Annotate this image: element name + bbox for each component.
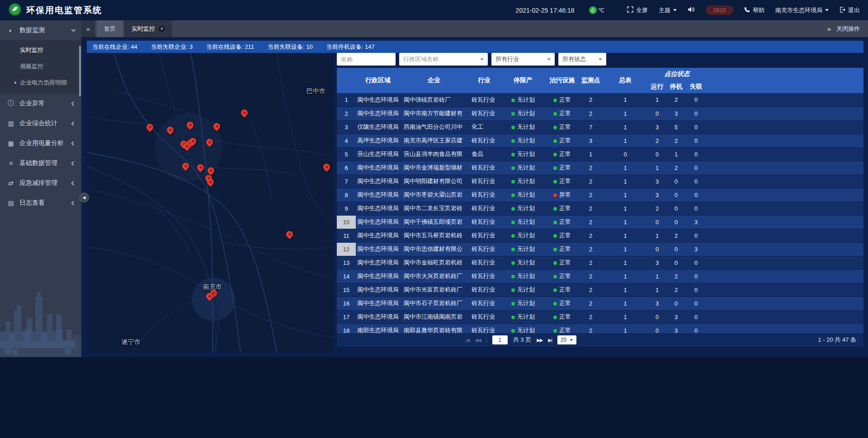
cell-meter: 0 [603,147,648,161]
sidebar-item-0-2[interactable]: 企业电力负荷明细 [0,75,81,91]
cell-industry: 砖瓦行业 [468,202,500,215]
table-row[interactable]: 17阆中生态环境局阆中市江南镇阆南页岩砖瓦行业无计划正常21030 [337,310,863,324]
cell-industry: 砖瓦行业 [468,242,500,256]
table-row[interactable]: 7阆中生态环境局阆中明阳建材有限公司砖瓦行业无计划正常21300 [337,174,863,188]
cell-filler [706,134,863,147]
status-dot-green-icon [553,234,557,238]
page-number-input[interactable] [492,335,508,344]
cell-company: 阆中强锐页岩砖厂 [400,93,468,107]
map-collapse-button[interactable]: ◀ [79,193,89,203]
table-row[interactable]: 2阆中生态环境局阆中市南方节能建材有砖瓦行业无计划正常21030 [337,107,863,120]
sidebar-scrollbar[interactable] [79,46,81,96]
table-row[interactable]: 12阆中生态环境局阆中市忠信建材有限公砖瓦行业无计划正常21003 [337,242,863,256]
cell-limit: 无计划 [500,107,546,120]
cell-run: 0 [648,147,666,161]
table-row[interactable]: 9阆中生态环境局阆中市二龙长宝页岩砖砖瓦行业无计划正常21200 [337,202,863,215]
cell-lost: 0 [686,93,706,107]
tab-0[interactable]: 首页 [97,20,123,37]
cell-lost: 0 [686,310,706,324]
cell-index: 17 [337,310,356,324]
table-row[interactable]: 1阆中生态环境局阆中强锐页岩砖厂砖瓦行业无计划正常21120 [337,93,863,107]
tab-label: 实时监控 [132,25,155,33]
cell-monitor: 3 [579,134,603,147]
cell-index: 9 [337,202,356,215]
chevron-left-icon [71,181,76,185]
table-row[interactable]: 3仪陇生态环境局西南油气田分公司川中化工无计划正常71350 [337,120,863,134]
table-row[interactable]: 15阆中生态环境局阆中市光富页岩机砖厂砖瓦行业无计划正常21120 [337,283,863,297]
cell-run: 3 [648,256,666,269]
last-page-button[interactable]: ▶| [548,338,552,343]
header-lost: 失联 [686,80,706,93]
table-row[interactable]: 5营山生态环境局营山县润丰肉食品有限食品无计划正常10010 [337,147,863,161]
cell-region: 阆中生态环境局 [356,256,400,269]
cell-filler [706,269,863,283]
cell-region: 阆中生态环境局 [356,229,400,242]
fullscreen-button[interactable]: 全屏 [627,6,648,14]
status-dot-green-icon [553,302,557,306]
cell-run: 0 [648,310,666,324]
sidebar-group-3[interactable]: ▦企业用电量分析 [0,133,81,153]
table-row[interactable]: 10阆中生态环境局阆中千佛镇五郎垭页岩砖瓦行业无计划正常21003 [337,215,863,229]
table-row[interactable]: 14阆中生态环境局阆中市大兴页岩机砖厂砖瓦行业无计划正常21120 [337,269,863,283]
tabs-scroll-right-button[interactable]: » [827,25,831,33]
table-container: 行政区域 企业 行业 停限产 治污设施 监测点 总表 点位状态 [337,68,863,333]
tab-1[interactable]: 实时监控× [124,20,172,37]
sidebar-group-0[interactable]: ◐数据监测 [0,20,81,40]
prev-page-button[interactable]: ◀◀ [475,338,481,343]
sidebar-group-label: 数据监测 [19,26,45,34]
industry-filter-select[interactable]: 所有行业 [491,53,555,66]
cell-company: 阆中市金福旺页岩机砖 [400,256,468,269]
first-page-button[interactable]: |◀ [466,338,469,343]
cell-company: 阆中市二龙长宝页岩砖 [400,202,468,215]
cell-company: 阆中千佛镇五郎垭页岩 [400,215,468,229]
table-row[interactable]: 6阆中生态环境局阆中市金博瑞新型墙材砖瓦行业无计划正常21120 [337,161,863,174]
pagination-range-label: 1 - 20 共 47 条 [818,333,856,347]
help-button[interactable]: 帮助 [744,6,764,14]
sidebar-item-0-1[interactable]: 视频监控 [0,58,81,75]
page-size-select[interactable]: 20 [557,335,576,344]
cell-monitor: 2 [579,256,603,269]
theme-menu[interactable]: 主题 [659,6,677,14]
sidebar-item-0-0[interactable]: 实时监控 [0,42,81,58]
pagination-controls: |◀ ◀◀ 共 3 页 ▶▶ ▶| 20 [466,333,576,347]
cell-region: 阆中生态环境局 [356,242,400,256]
header-industry: 行业 [468,68,500,93]
table-row[interactable]: 13阆中生态环境局阆中市金福旺页岩机砖砖瓦行业无计划正常21300 [337,256,863,269]
sidebar-group-4[interactable]: ≡基础数据管理 [0,153,81,173]
chevron-left-icon [71,161,76,165]
org-menu[interactable]: 南充市生态环境局 [775,6,829,14]
table-row[interactable]: 11阆中生态环境局阆中市五马桥页岩机砖砖瓦行业无计划正常21120 [337,229,863,242]
sidebar-group-2[interactable]: ▥企业综合统计 [0,113,81,133]
tab-close-icon[interactable]: × [159,26,165,32]
cell-industry: 砖瓦行业 [468,161,500,174]
table-row[interactable]: 8阆中生态环境局阆中市枣碧大梁山页岩砖瓦行业无计划异常21300 [337,188,863,202]
table-row[interactable]: 16阆中生态环境局阆中市石子页岩机砖厂砖瓦行业无计划正常21300 [337,297,863,310]
logout-button[interactable]: 退出 [840,6,860,14]
workspace: 巴中市南充市遂宁市 行政区域名称 所有行业 所有状态 [87,53,863,353]
sidebar-group-1[interactable]: ⓘ企业异常 [0,94,81,113]
next-page-button[interactable]: ▶▶ [537,338,542,343]
name-filter-input[interactable] [337,53,396,66]
cell-stop: 2 [666,161,686,174]
region-filter-select[interactable]: 行政区域名称 [399,53,488,66]
tabs-scroll-left-button[interactable]: « [81,20,95,37]
chevron-left-icon [71,141,76,146]
cell-run: 0 [648,107,666,120]
cell-filler [706,215,863,229]
close-operations-button[interactable]: 关闭操作 [836,25,860,33]
sidebar-group-6[interactable]: ▤日志查看 [0,193,81,213]
cell-filler [706,310,863,324]
table-row[interactable]: 18南部生态环境局南部县雅华页岩砖有限砖瓦行业无计划正常21030 [337,324,863,333]
cell-company: 阆中市五马桥页岩机砖 [400,229,468,242]
status-filter-select[interactable]: 所有状态 [558,53,606,66]
caret-down-icon [547,58,551,61]
cell-limit: 无计划 [500,242,546,256]
cell-index: 4 [337,134,356,147]
sound-button[interactable] [688,6,695,14]
table-row[interactable]: 4高坪生态环境局南充市高坪区王家店建砖瓦行业无计划正常31220 [337,134,863,147]
alert-count-badge[interactable]: 2632 [706,5,733,15]
map-panel[interactable]: 巴中市南充市遂宁市 [87,53,333,353]
sidebar-group-5[interactable]: ⇄应急减排管理 [0,173,81,193]
cell-region: 阆中生态环境局 [356,310,400,324]
cell-facility: 正常 [546,283,579,297]
